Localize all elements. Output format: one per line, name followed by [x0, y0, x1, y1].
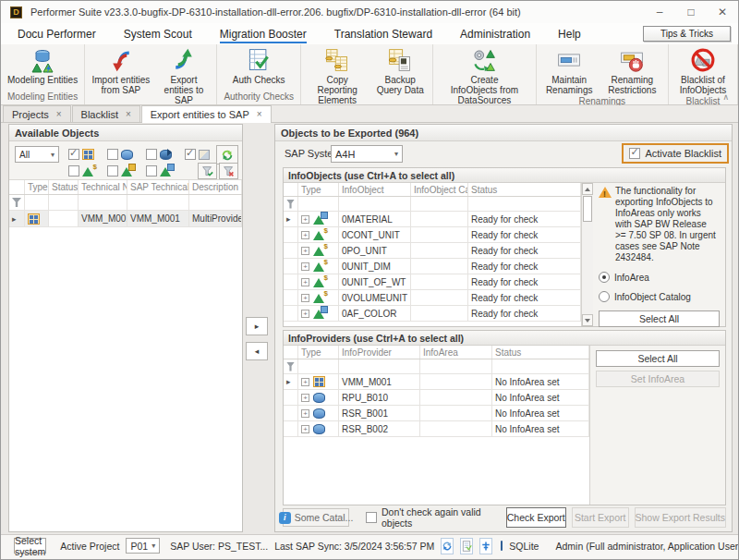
some-catalog-button[interactable]: i Some Catal...	[283, 508, 349, 527]
table-row[interactable]: + 0AF_COLOR Ready for check	[284, 306, 581, 322]
filter-characteristic-orange-checkbox[interactable]	[107, 165, 118, 177]
filter-multiprovider-checkbox[interactable]	[68, 149, 79, 160]
expand-icon[interactable]: +	[301, 378, 309, 386]
select-all-infoobjects-button[interactable]: Select All	[599, 310, 720, 327]
col-status[interactable]: Status	[468, 183, 581, 196]
filter-composite-checkbox[interactable]	[185, 149, 196, 160]
tips-and-tricks-button[interactable]: Tips & Tricks	[643, 26, 731, 42]
table-row[interactable]: + 0CONT_UNIT Ready for check	[284, 227, 581, 243]
pin-button[interactable]	[479, 538, 492, 554]
table-row[interactable]: + RSR_B002 No InfoArea set	[284, 421, 589, 437]
close-button[interactable]: ✕	[707, 1, 738, 23]
set-infoarea-button[interactable]: Set InfoArea	[596, 371, 720, 387]
backup-query-data-button[interactable]: Backup Query Data	[370, 44, 430, 95]
active-project-dropdown[interactable]: P01 ▾	[126, 538, 160, 554]
tab-close-icon[interactable]: ×	[257, 109, 262, 119]
export-entities-button[interactable]: Export entities to SAP	[154, 44, 214, 105]
filter-cube-checkbox[interactable]	[107, 149, 118, 160]
table-row[interactable]: + 0PO_UNIT Ready for check	[284, 243, 581, 259]
col-type[interactable]: Type	[298, 183, 339, 196]
expand-icon[interactable]: +	[301, 394, 309, 402]
menu-translation-steward[interactable]: Translation Steward	[334, 23, 432, 44]
tab-close-icon[interactable]: ×	[56, 109, 62, 119]
expand-icon[interactable]: +	[301, 278, 309, 286]
check-export-button[interactable]: Check Export	[506, 507, 566, 528]
filter-row[interactable]	[284, 197, 581, 212]
scrollbar-thumb[interactable]	[583, 196, 592, 222]
infoarea-radio[interactable]	[599, 272, 610, 283]
select-system-button[interactable]: Select system	[14, 538, 46, 554]
expand-icon[interactable]: +	[301, 425, 309, 433]
blacklist-infoobjects-button[interactable]: Blacklist of InfoObjects	[672, 44, 734, 95]
table-row[interactable]: + 0UNIT_OF_WT Ready for check	[284, 274, 581, 290]
col-infoprovider[interactable]: InfoProvider	[339, 346, 420, 359]
log-button[interactable]	[460, 538, 473, 554]
table-row[interactable]: + RSR_B001 No InfoArea set	[284, 406, 589, 421]
minimize-button[interactable]: –	[644, 1, 675, 23]
expand-icon[interactable]: +	[301, 310, 309, 318]
col-technical-name[interactable]: Technical N...	[79, 180, 127, 194]
tab-close-icon[interactable]: ×	[126, 109, 131, 119]
scroll-up-icon[interactable]	[582, 183, 593, 195]
renaming-restrictions-button[interactable]: Renaming Restrictions	[600, 44, 665, 95]
tab-projects[interactable]: Projects ×	[3, 105, 71, 122]
expand-icon[interactable]: +	[301, 294, 309, 302]
select-all-infoproviders-button[interactable]: Select All	[596, 350, 720, 367]
sync-button[interactable]	[441, 538, 454, 554]
filter-keyfigure-checkbox[interactable]	[68, 165, 79, 177]
tab-blacklist[interactable]: Blacklist ×	[72, 105, 140, 122]
col-type[interactable]: Type	[25, 180, 49, 194]
apply-filter-button[interactable]	[198, 163, 217, 179]
scroll-down-icon[interactable]	[582, 314, 593, 326]
maintain-renamings-button[interactable]: Maintain Renamings	[539, 44, 600, 95]
auth-checks-button[interactable]: Auth Checks	[229, 44, 288, 85]
menu-help[interactable]: Help	[558, 23, 581, 44]
type-filter-dropdown[interactable]: All ▾	[15, 146, 59, 163]
col-description[interactable]: Description ...	[189, 180, 242, 194]
refresh-button[interactable]	[216, 145, 238, 164]
create-infoobjects-button[interactable]: Create InfoObjects from DataSources	[445, 44, 523, 105]
col-status[interactable]: Status	[49, 180, 79, 194]
col-infoobject[interactable]: InfoObject	[339, 183, 411, 196]
table-row[interactable]: + 0UNIT_DIM Ready for check	[284, 259, 581, 274]
expand-icon[interactable]: +	[301, 215, 309, 224]
table-row[interactable]: + 0VOLUMEUNIT Ready for check	[284, 290, 581, 306]
tab-export-entities[interactable]: Export entities to SAP ×	[141, 105, 272, 122]
move-right-button[interactable]: ▸	[246, 317, 268, 335]
col-sap-technical-name[interactable]: SAP Technical ...	[127, 180, 189, 194]
filter-adso-checkbox[interactable]	[146, 149, 157, 160]
move-left-button[interactable]: ◂	[246, 342, 268, 360]
expand-icon[interactable]: +	[301, 247, 309, 255]
menu-migration-booster[interactable]: Migration Booster	[220, 23, 307, 44]
table-row[interactable]: ▸ + 0MATERIAL Ready for check	[284, 212, 581, 227]
filter-characteristic-blue-checkbox[interactable]	[146, 165, 157, 177]
modeling-entities-button[interactable]: Modeling Entities	[5, 44, 80, 85]
infoobject-catalog-radio[interactable]	[599, 291, 610, 302]
menu-system-scout[interactable]: System Scout	[124, 23, 192, 44]
table-row[interactable]: + RPU_B010 No InfoArea set	[284, 390, 589, 406]
filter-row[interactable]	[9, 195, 242, 211]
start-export-button[interactable]: Start Export	[572, 507, 629, 528]
import-entities-button[interactable]: Import entities from SAP	[88, 44, 153, 95]
activate-blacklist-checkbox[interactable]	[629, 148, 640, 159]
menu-administration[interactable]: Administration	[460, 23, 530, 44]
table-row[interactable]: ▸ + VMM_M001 No InfoArea set	[284, 374, 589, 390]
ribbon-collapse-icon[interactable]: ∧	[722, 92, 729, 102]
maximize-button[interactable]: □	[675, 1, 707, 23]
dont-check-checkbox[interactable]	[366, 512, 377, 523]
filter-row[interactable]	[284, 359, 589, 374]
menu-docu-performer[interactable]: Docu Performer	[18, 23, 96, 44]
expand-icon[interactable]: +	[301, 231, 309, 239]
col-infoarea[interactable]: InfoArea	[420, 346, 492, 359]
col-type[interactable]: Type	[298, 346, 339, 359]
expand-icon[interactable]: +	[301, 409, 309, 418]
col-infoobject-catalog[interactable]: InfoObject Ca...	[411, 183, 468, 196]
copy-reporting-elements-button[interactable]: Copy Reporting Elements	[304, 44, 370, 105]
clear-filter-button[interactable]	[219, 163, 238, 179]
table-row[interactable]: ▸ VMM_M001 VMM_M001 MultiProvide...	[9, 211, 242, 227]
show-export-results-button[interactable]: Show Export Results	[635, 507, 726, 528]
expand-icon[interactable]: +	[301, 262, 309, 271]
col-status[interactable]: Status	[492, 346, 589, 359]
sap-system-dropdown[interactable]: A4H ▾	[331, 145, 403, 163]
infoobjects-scrollbar[interactable]	[581, 183, 593, 326]
